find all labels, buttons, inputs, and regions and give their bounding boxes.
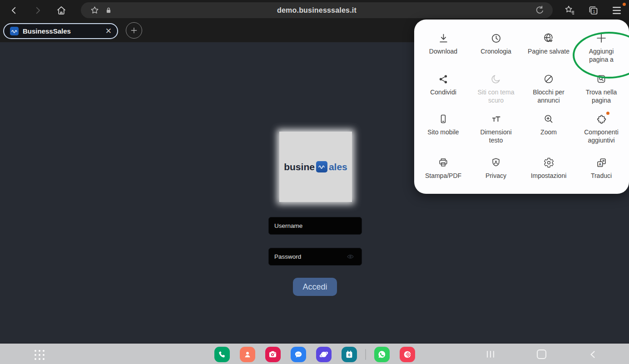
bookmarks-list-icon[interactable] [564, 5, 575, 16]
username-input[interactable] [268, 217, 362, 235]
zoom-icon [543, 113, 555, 125]
menu-item-cronologia[interactable]: Cronologia [470, 32, 522, 73]
menu-item-download[interactable]: Download [417, 32, 470, 73]
tab-close-icon[interactable]: ✕ [105, 27, 112, 35]
browser-menu-panel: Download Cronologia Pagine salvate Aggiu… [414, 20, 629, 194]
whatsapp-app-icon[interactable] [374, 347, 390, 362]
mobile-icon [437, 113, 449, 125]
menu-item-blocchi-per-annunci[interactable]: Blocchi per annunci [522, 73, 575, 113]
browser-toolbar: demo.businesssales.it 1 [0, 0, 629, 20]
moon-icon [490, 73, 502, 85]
tab-title: BusinessSales [23, 27, 105, 35]
globe-download-icon [543, 32, 555, 44]
translate-icon: A [595, 157, 607, 168]
forward-icon[interactable] [32, 5, 44, 16]
svg-text:6: 6 [348, 353, 350, 357]
printer-icon [437, 157, 449, 168]
menu-item-trova-nella-pagina[interactable]: Trova nella pagina [575, 73, 628, 113]
refresh-icon[interactable] [534, 5, 545, 16]
menu-notification-dot [623, 3, 626, 6]
back-nav-icon[interactable] [584, 345, 602, 364]
menu-item-pagine-salvate[interactable]: Pagine salvate [522, 32, 575, 73]
addon-notification-dot [606, 112, 609, 115]
menu-item-condividi[interactable]: Condividi [417, 73, 470, 113]
dock-separator [365, 349, 366, 360]
login-button[interactable]: Accedi [293, 278, 337, 296]
taskbar: 6 [0, 343, 629, 364]
menu-item-privacy[interactable]: Privacy [470, 157, 522, 193]
svg-text:1: 1 [593, 9, 595, 13]
menu-item-zoom[interactable]: Zoom [522, 113, 575, 157]
calendar-app-icon[interactable]: 6 [342, 347, 357, 362]
menu-item-componenti-aggiuntivi[interactable]: Componenti aggiuntivi [575, 113, 628, 157]
camera-app-icon[interactable] [265, 347, 281, 362]
nav-button-group [8, 0, 67, 20]
logo-wave-icon [316, 161, 327, 172]
menu-item-sito-mobile[interactable]: Sito mobile [417, 113, 470, 157]
back-icon[interactable] [8, 5, 20, 16]
logo-text-left: busine [284, 162, 315, 172]
home-icon[interactable] [55, 5, 67, 16]
messages-app-icon[interactable] [291, 347, 306, 362]
share-icon [437, 73, 449, 85]
clock-icon [490, 32, 502, 44]
privacy-shield-icon [490, 157, 502, 168]
menu-item-dimensioni-testo[interactable]: Dimensioni testo [470, 113, 522, 157]
menu-item-impostazioni[interactable]: Impostazioni [522, 157, 575, 193]
tab-businesssales[interactable]: BusinessSales ✕ [3, 23, 118, 39]
internet-app-icon[interactable] [316, 347, 332, 362]
system-navigation [481, 344, 602, 364]
phone-app-icon[interactable] [214, 347, 230, 362]
url-bar[interactable]: demo.businesssales.it [81, 2, 553, 18]
gear-icon [543, 157, 555, 168]
striped-red-app-icon[interactable] [400, 347, 415, 362]
logo-text-right: ales [329, 162, 347, 172]
menu-hamburger-icon[interactable] [611, 5, 623, 16]
find-in-page-icon [595, 73, 607, 85]
site-logo: busine ales [279, 132, 352, 202]
tab-favicon [10, 27, 19, 35]
tabs-icon[interactable]: 1 [587, 5, 599, 16]
block-icon [543, 73, 555, 85]
download-icon [437, 32, 449, 44]
puzzle-icon [595, 113, 607, 125]
url-text[interactable]: demo.businesssales.it [81, 6, 553, 15]
password-visibility-icon[interactable] [346, 253, 355, 261]
text-size-icon [490, 113, 502, 125]
menu-item-traduci[interactable]: A Traduci [575, 157, 628, 193]
svg-text:A: A [599, 162, 601, 166]
menu-item-siti-con-tema-scuro[interactable]: Siti con tema scuro [470, 73, 522, 113]
menu-item-stampa-pdf[interactable]: Stampa/PDF [417, 157, 470, 193]
home-nav-icon[interactable] [533, 345, 551, 364]
recents-icon[interactable] [481, 345, 500, 364]
contacts-app-icon[interactable] [240, 347, 255, 362]
plus-icon [595, 32, 607, 44]
menu-item-aggiungi-pagina-a[interactable]: Aggiungi pagina a [575, 32, 628, 73]
toolbar-right-group: 1 [564, 0, 623, 20]
new-tab-button[interactable] [126, 22, 142, 39]
